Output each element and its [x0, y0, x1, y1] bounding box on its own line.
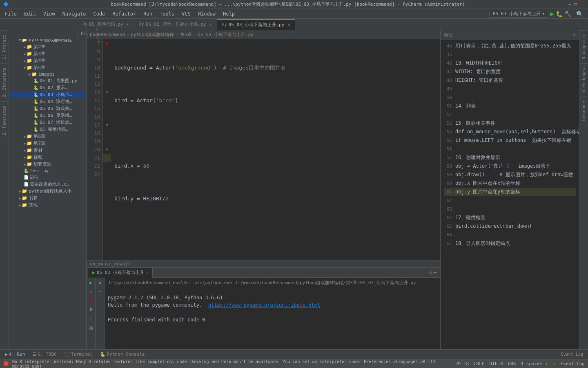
menu-navigate[interactable]: Navigate — [59, 10, 89, 18]
r-packages-tab[interactable]: R Packages — [580, 63, 587, 96]
tree-folder-images[interactable]: ▶ 📁 images — [9, 71, 86, 77]
tab-complete-code[interactable]: Py 05_完整代码.py ✕ — [78, 19, 134, 30]
menu-refactor[interactable]: Refactor — [109, 10, 139, 18]
pygame-community-link[interactable]: https://www.pygame.org/contribute.html — [208, 302, 321, 308]
tree-file-0501[interactable]: 🐍 05_01_背景图.py — [9, 77, 86, 84]
bottom-panel-controls: ⚙ ─ — [430, 270, 440, 276]
bc-file[interactable]: 05_03_小鸟下落与上升.py — [198, 31, 254, 38]
r-graphics-tab[interactable]: R Graphics — [580, 30, 587, 63]
syntax-line-52: 52 — [444, 110, 576, 119]
fold-icon-mouse-down[interactable]: ▼ — [103, 146, 111, 154]
collapse-icon[interactable]: ─ — [434, 270, 437, 276]
syntax-panel-close[interactable]: ✕ — [573, 32, 576, 37]
event-log-area: Event Log — [561, 352, 586, 357]
status-crlf[interactable]: CRLF — [474, 361, 485, 366]
filter-icon[interactable]: ≡ — [97, 279, 103, 286]
python-console-button[interactable]: 🐍 Python Console — [97, 350, 148, 359]
main-window: 🔷 bookRecommand [J:\mycode\bookRecommand… — [0, 0, 588, 368]
run-button[interactable]: ▶ — [550, 10, 554, 18]
event-log-button[interactable]: Event Log — [561, 352, 583, 357]
run-config-dropdown[interactable]: 05_03_小鸟下落与上升 ▾ — [489, 10, 548, 18]
syntax-line-53: 5315、鼠标相关事件 — [444, 119, 576, 128]
run-tab-close[interactable]: ✕ — [146, 270, 148, 275]
run-tab[interactable]: ▶ 05_03_小鸟下落与上升 ✕ — [88, 268, 153, 278]
bc-root[interactable]: bookRecommand — [90, 32, 125, 37]
tree-folder-resources[interactable]: ▶ 📁 配套资源 — [9, 161, 86, 168]
console-output[interactable]: J:\mycode\bookRecommand_env\Scripts\pyth… — [105, 278, 440, 349]
menu-tools[interactable]: Tools — [156, 10, 178, 18]
tree-file-improvements[interactable]: 📄 需要改进的地方.c… — [9, 181, 86, 188]
tree-folder-ch6[interactable]: ▶ 📁 第6章 — [9, 133, 86, 140]
status-encoding-utf8[interactable]: UTF-8 — [490, 361, 503, 366]
tree-file-0506[interactable]: 🐍 05_06_显示得… — [9, 112, 86, 119]
menu-vcs[interactable]: VCS — [178, 10, 194, 18]
tree-file-0504[interactable]: 🐍 05_04_障碍物… — [9, 98, 86, 105]
tree-file-complete-label: 05_完整代码… — [40, 126, 69, 132]
settings-icon[interactable]: ⚙ — [430, 270, 432, 276]
console-line-4: Hello from the pygame community. https:/… — [108, 301, 437, 309]
tree-folder-ch7[interactable]: ▶ 📁 第7章 — [9, 140, 86, 147]
tree-folder-spine[interactable]: ▶ 📁 书脊 — [9, 195, 86, 202]
tree-file-0503[interactable]: 🐍 05_03_小鸟下… — [9, 91, 86, 98]
tree-folder-material[interactable]: ▶ 📁 素材 — [9, 147, 86, 154]
menu-code[interactable]: Code — [90, 10, 109, 18]
tab-close-icon3[interactable]: ✕ — [287, 22, 290, 27]
menu-help[interactable]: Help — [220, 10, 238, 18]
tree-folder-python-quick[interactable]: ▶ 📁 python编程快速入手 — [9, 188, 86, 195]
menu-file[interactable]: File — [2, 10, 20, 18]
wrap-icon[interactable]: ↵ — [97, 287, 103, 294]
menu-edit[interactable]: Edit — [21, 10, 39, 18]
terminal-tool-button[interactable]: ⬛ Terminal — [61, 350, 96, 359]
tree-folder-ch4[interactable]: ▶ 📁 第4章 — [9, 57, 86, 64]
run-tool-icon: ▶ — [5, 352, 8, 357]
favorites-tool-tab[interactable]: 2: Favorites — [1, 101, 8, 139]
menu-run[interactable]: Run — [140, 10, 156, 18]
project-tool-tab[interactable]: 1: Project — [1, 30, 8, 63]
menu-view[interactable]: View — [40, 10, 58, 18]
tree-file-0507[interactable]: 🐍 05_07_增长难… — [9, 119, 86, 126]
search-button[interactable]: 🔍 — [576, 11, 583, 17]
fold-icon-update[interactable]: ▼ — [103, 121, 111, 129]
syntax-panel-content[interactable]: 44用()表示，(红,黄,蓝),值的范围是0~255,255最大 45 4613… — [441, 40, 579, 349]
tree-folder-video[interactable]: ▶ 📁 视频 — [9, 154, 86, 161]
menu-window[interactable]: Window — [195, 10, 219, 18]
tree-file-0505[interactable]: 🐍 05_05_游戏关… — [9, 105, 86, 112]
status-indent[interactable]: 4 spaces : — [521, 361, 548, 366]
tree-file-syntax[interactable]: 📄 语法 — [9, 174, 86, 181]
fold-icon-draw[interactable]: ▼ — [103, 88, 111, 96]
database-tab[interactable]: Database — [580, 96, 587, 125]
tab-label3: 05_03_小鸟下落与上升.py — [229, 22, 285, 28]
tab-bird-fall[interactable]: Py 05_03_小鸟下落与上升.py ✕ — [217, 19, 296, 30]
tree-folder-ch2[interactable]: ▶ 📁 第2章 — [9, 43, 86, 50]
code-content-area[interactable]: background = Actor('background') # image… — [111, 39, 440, 260]
scroll-down-icon[interactable]: ↓ — [88, 288, 94, 295]
tree-folder-ch5[interactable]: ▼ 📁 第5章 — [9, 64, 86, 71]
pause-icon[interactable]: ⏸ — [88, 306, 94, 313]
close-button[interactable]: ✕ — [579, 2, 585, 7]
tab-display-bird[interactable]: Py 05_02_显示一只静止小鸟.py ✕ — [134, 19, 217, 30]
console-line-3: pygame 2.1.2 (SDL 2.0.18, Python 3.6.6) — [108, 294, 437, 301]
scroll-up-icon[interactable]: ↑ — [88, 315, 94, 322]
structure-tool-tab[interactable]: 2: Structure — [1, 63, 8, 101]
tree-folder-ch2-label: 第2章 — [33, 44, 45, 50]
stop-icon[interactable]: ■ — [88, 297, 94, 304]
bc-python-games[interactable]: python游戏趣味编程 — [131, 31, 174, 38]
maximize-button[interactable]: □ — [573, 2, 579, 7]
tree-file-complete[interactable]: 🐍 05_完整代码… — [9, 126, 86, 133]
status-encoding-gbk[interactable]: GBK — [508, 361, 516, 366]
tab-close-icon[interactable]: ✕ — [127, 22, 129, 27]
tree-file-test[interactable]: 🐍 test.py — [9, 168, 86, 174]
tab-close-icon2[interactable]: ✕ — [209, 22, 212, 27]
tree-folder-ch3[interactable]: ▶ 📁 第3章 — [9, 50, 86, 57]
tree-folder-other[interactable]: ▶ 📁 其他 — [9, 202, 86, 209]
run-tool-button[interactable]: ▶ 4: Run — [2, 350, 28, 359]
build-button[interactable]: 🔨 — [564, 11, 571, 17]
tree-file-0502[interactable]: 🐍 05_02_显示… — [9, 84, 86, 91]
status-event-log[interactable]: Event Log — [560, 361, 585, 366]
todo-tool-button[interactable]: ☰ 6: TODO — [29, 350, 60, 359]
minimize-button[interactable]: ─ — [567, 2, 573, 7]
debug-button[interactable]: 🐛 — [556, 11, 563, 17]
rerun-icon[interactable]: ▶ — [88, 279, 94, 286]
print-icon[interactable]: 🖨 — [88, 324, 94, 331]
bc-ch5[interactable]: 第5章 — [180, 31, 192, 38]
